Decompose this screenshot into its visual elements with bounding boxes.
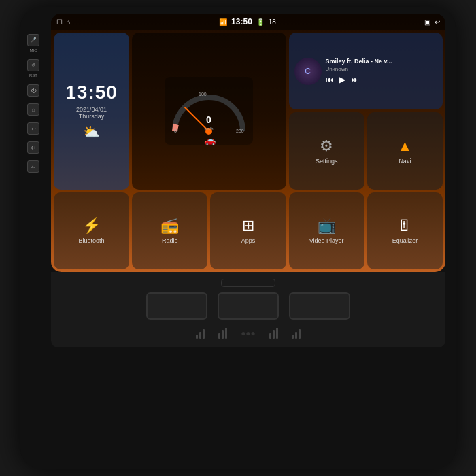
back-button[interactable]: ↩ <box>27 122 39 135</box>
apps-tile[interactable]: ⊞ Apps <box>210 192 286 269</box>
bluetooth-icon: ⚡ <box>82 217 101 235</box>
panel-button-1[interactable] <box>146 292 207 320</box>
weather-icon: ⛅ <box>83 124 100 140</box>
navi-label: Navi <box>398 158 411 165</box>
home-status-icon: ⌂ <box>67 18 71 26</box>
svg-text:km/h: km/h <box>205 126 214 131</box>
radio-label: Radio <box>162 237 178 244</box>
speedometer-tile[interactable]: 0 100 200 0 km/h 🚗 <box>132 33 286 190</box>
vol-down-button[interactable]: 4- <box>27 160 39 173</box>
settings-tile[interactable]: ⚙ Settings <box>289 112 364 189</box>
radio-icon: 📻 <box>160 217 179 235</box>
settings-label: Settings <box>316 158 338 165</box>
clock-tile[interactable]: 13:50 2021/04/01 Thursday ⛅ <box>54 33 129 190</box>
equalizer-tile[interactable]: 🎚 Equalizer <box>367 192 443 269</box>
car-unit: 🎤 MIC ↺ RST ⏻ ⌂ ↩ 4+ <box>20 7 456 469</box>
album-art: C <box>294 58 322 85</box>
video-tile[interactable]: 📺 Video Player <box>289 192 364 269</box>
vol-up-button[interactable]: 4+ <box>27 141 39 154</box>
level-indicator-4 <box>292 328 301 339</box>
window-icon: ☐ <box>56 18 63 26</box>
screen: ☐ ⌂ 📶 13:50 🔋 18 ▣ ↩ 13:50 <box>51 14 445 272</box>
equalizer-icon: 🎚 <box>397 217 412 235</box>
power-button[interactable]: ⏻ <box>27 84 39 97</box>
back-status-icon: ↩ <box>435 18 440 26</box>
vent-slot <box>221 279 275 287</box>
clock-display: 13:50 <box>65 82 118 103</box>
mic-button[interactable]: 🎤 <box>27 34 39 46</box>
navi-tile[interactable]: ▲ Navi <box>367 112 443 189</box>
rst-button[interactable]: ↺ <box>27 59 39 71</box>
dot-indicator: ●●● <box>241 328 256 338</box>
bluetooth-label: Bluetooth <box>79 237 105 244</box>
clock-date: 2021/04/01 Thursday <box>76 106 107 120</box>
svg-text:200: 200 <box>236 129 244 133</box>
music-info: Smiley ft. Delia - Ne v... Unknown ⏮ ▶ ⏭ <box>326 58 437 84</box>
navigation-icon: ▲ <box>398 137 413 155</box>
level-indicator-3 <box>269 328 278 339</box>
battery-level: 18 <box>269 18 276 26</box>
svg-text:🚗: 🚗 <box>204 135 216 145</box>
music-artist: Unknown <box>326 66 437 72</box>
speedometer-svg: 0 100 200 0 km/h 🚗 <box>165 77 253 145</box>
bottom-controls: ●●● <box>65 328 432 344</box>
screen-icon: ▣ <box>424 18 430 26</box>
prev-button[interactable]: ⏮ <box>326 75 334 84</box>
button-row <box>65 292 432 320</box>
play-button[interactable]: ▶ <box>339 75 345 84</box>
left-side-buttons: 🎤 MIC ↺ RST ⏻ ⌂ ↩ 4+ <box>27 34 39 173</box>
equalizer-label: Equalizer <box>392 237 418 244</box>
bluetooth-tile[interactable]: ⚡ Bluetooth <box>54 192 129 269</box>
wifi-icon: 📶 <box>219 18 227 26</box>
level-indicator-1 <box>196 328 205 339</box>
mic-label: MIC <box>30 48 37 52</box>
apps-label: Apps <box>241 237 256 244</box>
video-label: Video Player <box>309 237 344 244</box>
svg-text:0: 0 <box>174 129 177 133</box>
panel-button-2[interactable] <box>218 292 279 320</box>
radio-tile[interactable]: 📻 Radio <box>132 192 207 269</box>
panel-button-3[interactable] <box>289 292 350 320</box>
gear-icon: ⚙ <box>320 137 333 155</box>
music-controls[interactable]: ⏮ ▶ ⏭ <box>326 75 437 84</box>
battery-icon: 🔋 <box>256 18 265 26</box>
music-tile[interactable]: C Smiley ft. Delia - Ne v... Unknown ⏮ ▶… <box>289 33 443 109</box>
rst-label: RST <box>29 73 37 78</box>
svg-text:0: 0 <box>206 114 211 125</box>
home-button[interactable]: ⌂ <box>27 103 39 116</box>
next-button[interactable]: ⏭ <box>351 75 359 84</box>
apps-icon: ⊞ <box>242 217 254 235</box>
music-title: Smiley ft. Delia - Ne v... <box>326 58 437 65</box>
main-grid: 13:50 2021/04/01 Thursday ⛅ <box>51 30 445 272</box>
status-time: 13:50 <box>231 17 252 27</box>
level-indicator-2 <box>218 328 227 339</box>
svg-text:100: 100 <box>199 92 207 97</box>
video-icon: 📺 <box>318 217 336 235</box>
status-bar: ☐ ⌂ 📶 13:50 🔋 18 ▣ ↩ <box>51 14 445 30</box>
lower-panel: ●●● <box>51 272 445 347</box>
